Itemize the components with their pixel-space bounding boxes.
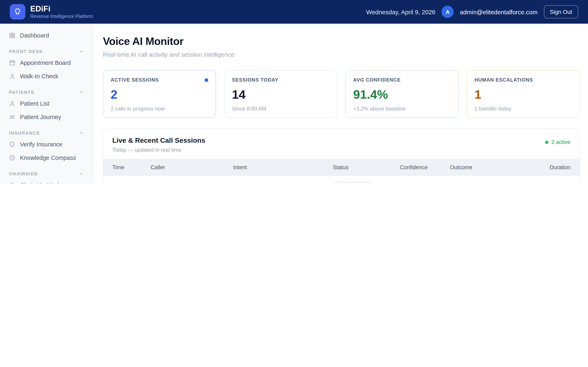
sidebar-item-knowledge-compass[interactable]: Knowledge Compass <box>5 151 88 164</box>
page-title: Voice AI Monitor <box>103 35 580 48</box>
status-badge: COMPLETED <box>333 182 373 184</box>
shield-icon <box>9 141 16 148</box>
section-title: PATIENTS <box>9 90 35 95</box>
sidebar-section-patients[interactable]: PATIENTS <box>5 85 88 97</box>
list-lines-icon <box>9 114 16 120</box>
main-content: Voice AI Monitor Real-time AI call activ… <box>93 24 588 184</box>
stat-label: AVG CONFIDENCE <box>353 77 401 83</box>
sidebar-item-label: Chairside Workspace <box>20 182 76 184</box>
cell-confidence: 96.2% <box>400 183 450 184</box>
stat-label: HUMAN ESCALATIONS <box>475 77 533 83</box>
sidebar-item-dashboard[interactable]: Dashboard <box>5 29 88 42</box>
cell-duration: 1:42 <box>534 183 571 184</box>
section-title: FRONT DESK <box>9 49 43 54</box>
sidebar-item-chairside-workspace[interactable]: Chairside Workspace <box>5 179 88 184</box>
page-subtitle: Real-time AI call activity and session i… <box>103 51 580 58</box>
stat-card-sessions-today: SESSIONS TODAY 14 Since 8:00 AM <box>224 70 337 118</box>
active-pulse-dot <box>205 78 208 82</box>
chevron-up-icon <box>79 171 84 176</box>
sidebar: Dashboard FRONT DESK Appointment Board W… <box>0 24 93 184</box>
current-date: Wednesday, April 9, 2026 <box>366 8 435 15</box>
sidebar-item-label: Dashboard <box>20 32 49 39</box>
avatar[interactable]: A <box>441 6 454 18</box>
section-title: CHAIRSIDE <box>9 171 38 176</box>
stat-card-active-sessions: ACTIVE SESSIONS 2 2 calls in progress no… <box>103 70 216 118</box>
stat-subtext: Since 8:00 AM <box>232 106 329 112</box>
clock-icon <box>9 155 16 161</box>
stat-label: SESSIONS TODAY <box>232 77 278 83</box>
dashboard-grid-icon <box>9 32 16 39</box>
calendar-icon <box>9 59 16 66</box>
sidebar-item-label: Verify Insurance <box>20 141 62 148</box>
brand-text: EDiFi Revenue Intelligence Platform <box>30 5 93 19</box>
top-bar: EDiFi Revenue Intelligence Platform Wedn… <box>0 0 588 24</box>
tooth-icon <box>9 182 16 184</box>
sidebar-item-patient-list[interactable]: Patient List <box>5 97 88 110</box>
stat-card-human-escalations: HUMAN ESCALATIONS 1 1 transfer today <box>467 70 580 118</box>
top-bar-right: Wednesday, April 9, 2026 A admin@elitede… <box>366 5 578 18</box>
sidebar-item-label: Patient List <box>20 100 49 107</box>
stat-label: ACTIVE SESSIONS <box>111 77 159 83</box>
column-header-confidence: Confidence <box>400 164 450 170</box>
stat-cards: ACTIVE SESSIONS 2 2 calls in progress no… <box>103 70 580 118</box>
cell-intent: New Patient Booking <box>233 183 333 184</box>
column-header-intent: Intent <box>233 164 333 170</box>
brand: EDiFi Revenue Intelligence Platform <box>10 4 93 20</box>
person-icon <box>9 100 16 107</box>
stat-subtext: 2 calls in progress now <box>111 106 208 112</box>
column-header-status: Status <box>333 164 400 170</box>
sidebar-item-verify-insurance[interactable]: Verify Insurance <box>5 138 88 151</box>
stat-value: 1 <box>475 89 572 101</box>
stat-subtext: 1 transfer today <box>475 106 572 112</box>
column-header-caller: Caller <box>151 164 233 170</box>
chevron-up-icon <box>79 131 84 135</box>
sidebar-item-appointment-board[interactable]: Appointment Board <box>5 56 88 69</box>
stat-card-avg-confidence: AVG CONFIDENCE 91.4% +3.2% above baselin… <box>346 70 458 118</box>
sidebar-section-chairside[interactable]: CHAIRSIDE <box>5 167 88 178</box>
column-header-outcome: Outcome <box>450 164 534 170</box>
person-icon <box>9 73 16 80</box>
cell-outcome: Appointment booked 4/12 <box>450 183 534 184</box>
cell-caller: +1 (555) 847-2910 <box>151 183 233 184</box>
sidebar-item-label: Walk-In Check <box>20 73 58 80</box>
sidebar-section-front-desk[interactable]: FRONT DESK <box>5 44 88 56</box>
stat-value: 2 <box>111 89 208 101</box>
green-dot-icon <box>545 141 549 144</box>
chevron-up-icon <box>79 49 84 54</box>
sidebar-item-label: Appointment Board <box>20 59 71 66</box>
column-header-time: Time <box>112 164 151 170</box>
stat-value: 91.4% <box>353 89 451 101</box>
chevron-up-icon <box>79 90 84 95</box>
table-header-row: Time Caller Intent Status Confidence Out… <box>103 159 579 175</box>
card-head-text: Live & Recent Call Sessions Today — upda… <box>112 137 205 153</box>
card-subtitle: Today — updated in real time <box>112 147 205 153</box>
table-row[interactable]: 2:31 PM +1 (555) 847-2910 New Patient Bo… <box>103 175 579 184</box>
sign-out-button[interactable]: Sign Out <box>544 5 578 18</box>
card-title: Live & Recent Call Sessions <box>112 137 205 145</box>
sidebar-item-walk-in-check[interactable]: Walk-In Check <box>5 70 88 83</box>
tooth-logo-icon <box>10 4 25 20</box>
user-email: admin@elitedentalforce.com <box>460 8 537 15</box>
sidebar-section-insurance[interactable]: INSURANCE <box>5 126 88 137</box>
stat-value: 14 <box>232 89 329 101</box>
column-header-duration: Duration <box>534 164 571 170</box>
cell-time: 2:31 PM <box>112 183 151 184</box>
sidebar-item-label: Knowledge Compass <box>20 155 76 161</box>
call-sessions-card: Live & Recent Call Sessions Today — upda… <box>103 128 580 184</box>
app-window: EDiFi Revenue Intelligence Platform Wedn… <box>0 0 588 184</box>
active-count-label: 2 active <box>552 139 571 145</box>
brand-name: EDiFi <box>30 5 93 13</box>
active-count-badge: 2 active <box>545 139 571 145</box>
brand-tagline: Revenue Intelligence Platform <box>30 14 93 19</box>
sidebar-item-patient-journey[interactable]: Patient Journey <box>5 110 88 124</box>
sidebar-item-label: Patient Journey <box>20 114 61 120</box>
stat-subtext: +3.2% above baseline <box>353 106 451 112</box>
section-title: INSURANCE <box>9 131 40 135</box>
